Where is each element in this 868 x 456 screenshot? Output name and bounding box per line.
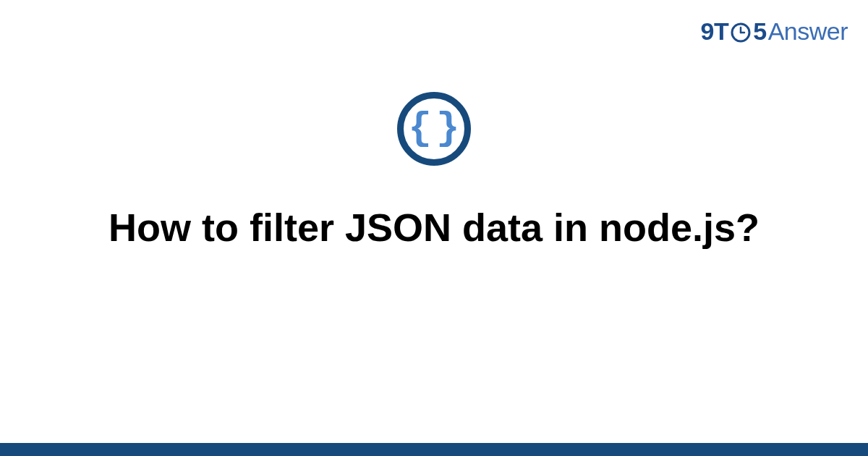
json-braces-icon: { } — [397, 92, 471, 166]
question-title: How to filter JSON data in node.js? — [109, 205, 760, 250]
clock-o-icon — [731, 22, 751, 43]
logo-suffix: Answer — [768, 17, 848, 46]
left-brace: { — [409, 109, 432, 148]
logo-prefix: 9T — [701, 17, 729, 46]
logo-middle: 5 — [753, 17, 766, 46]
footer-accent-bar — [0, 443, 868, 456]
right-brace: } — [436, 109, 459, 148]
site-logo: 9T 5 Answer — [701, 17, 848, 46]
